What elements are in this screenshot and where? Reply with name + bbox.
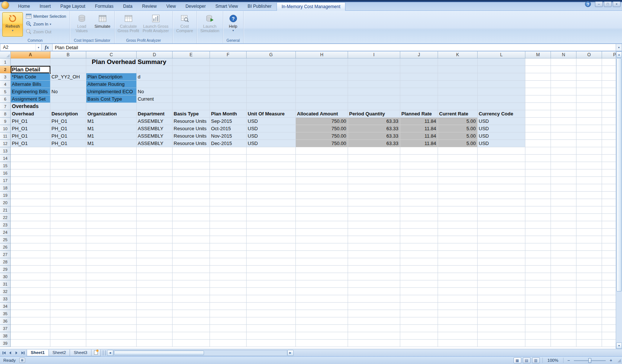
cell-E24[interactable] <box>173 229 210 236</box>
cell-M17[interactable] <box>525 177 551 184</box>
cell-C15[interactable] <box>86 162 137 169</box>
cell-N35[interactable] <box>551 310 576 317</box>
cell-K4[interactable] <box>438 81 478 88</box>
cell-E20[interactable] <box>173 199 210 206</box>
member-selection-button[interactable]: Member Selection <box>24 12 68 20</box>
cell-C4[interactable]: Alternate Routing <box>86 81 137 88</box>
cell-J12[interactable]: 11.84 <box>400 140 438 147</box>
cell-F30[interactable] <box>210 273 247 280</box>
cell-G19[interactable] <box>247 192 296 199</box>
cell-F26[interactable] <box>210 243 247 251</box>
cell-A33[interactable] <box>11 295 50 303</box>
cell-M1[interactable] <box>525 58 551 66</box>
cell-H33[interactable] <box>296 295 348 303</box>
cell-F5[interactable] <box>210 88 247 95</box>
cell-F11[interactable]: Nov-2015 <box>210 132 247 140</box>
cell-M23[interactable] <box>525 221 551 229</box>
cell-G37[interactable] <box>247 325 296 332</box>
cell-I33[interactable] <box>348 295 400 303</box>
cell-M9[interactable] <box>525 118 551 125</box>
cell-A19[interactable] <box>11 192 50 199</box>
cell-P18[interactable] <box>602 184 616 192</box>
ribbon-tab-view[interactable]: View <box>161 2 181 10</box>
cell-I11[interactable]: 63.33 <box>348 132 400 140</box>
cell-N13[interactable] <box>551 147 576 155</box>
column-header-O[interactable]: O <box>576 51 602 58</box>
cell-M39[interactable] <box>525 340 551 347</box>
cell-E4[interactable] <box>173 81 210 88</box>
cell-A29[interactable] <box>11 266 50 273</box>
cost-compare-button[interactable]: Cost Compare <box>174 12 195 37</box>
cell-H11[interactable]: 750.00 <box>296 132 348 140</box>
cell-H12[interactable]: 750.00 <box>296 140 348 147</box>
cell-M14[interactable] <box>525 155 551 162</box>
cell-K15[interactable] <box>438 162 478 169</box>
scroll-down-icon[interactable]: ▼ <box>616 343 622 349</box>
cell-L37[interactable] <box>478 325 525 332</box>
cell-K25[interactable] <box>438 236 478 243</box>
cell-K22[interactable] <box>438 214 478 221</box>
cell-G30[interactable] <box>247 273 296 280</box>
cell-A2[interactable]: Plan Detail <box>11 66 50 73</box>
cell-P17[interactable] <box>602 177 616 184</box>
cell-O26[interactable] <box>576 243 602 251</box>
cell-I23[interactable] <box>348 221 400 229</box>
cell-B25[interactable] <box>50 236 86 243</box>
cell-I16[interactable] <box>348 169 400 177</box>
row-header-26[interactable]: 26 <box>0 243 11 251</box>
cell-C32[interactable] <box>86 288 137 295</box>
cell-J9[interactable]: 11.84 <box>400 118 438 125</box>
cell-P26[interactable] <box>602 243 616 251</box>
cell-P19[interactable] <box>602 192 616 199</box>
cell-C30[interactable] <box>86 273 137 280</box>
cell-N8[interactable] <box>551 110 576 118</box>
cell-C39[interactable] <box>86 340 137 347</box>
cell-L23[interactable] <box>478 221 525 229</box>
cell-D13[interactable] <box>137 147 173 155</box>
cell-P14[interactable] <box>602 155 616 162</box>
row-header-30[interactable]: 30 <box>0 273 11 280</box>
cell-F32[interactable] <box>210 288 247 295</box>
cell-B18[interactable] <box>50 184 86 192</box>
cell-K32[interactable] <box>438 288 478 295</box>
cell-G23[interactable] <box>247 221 296 229</box>
cell-D11[interactable]: ASSEMBLY <box>137 132 173 140</box>
cell-B31[interactable] <box>50 280 86 288</box>
cell-P13[interactable] <box>602 147 616 155</box>
cell-N7[interactable] <box>551 103 576 110</box>
cell-L31[interactable] <box>478 280 525 288</box>
fill-handle[interactable] <box>49 72 51 74</box>
cell-G14[interactable] <box>247 155 296 162</box>
cell-H4[interactable] <box>296 81 348 88</box>
cell-D20[interactable] <box>137 199 173 206</box>
help-button[interactable]: ? <box>585 1 591 7</box>
cell-L19[interactable] <box>478 192 525 199</box>
cell-D18[interactable] <box>137 184 173 192</box>
cell-D35[interactable] <box>137 310 173 317</box>
cell-L17[interactable] <box>478 177 525 184</box>
cell-L29[interactable] <box>478 266 525 273</box>
cell-O6[interactable] <box>576 95 602 103</box>
cell-G27[interactable] <box>247 251 296 258</box>
row-header-35[interactable]: 35 <box>0 310 11 317</box>
cell-E21[interactable] <box>173 206 210 214</box>
cell-N26[interactable] <box>551 243 576 251</box>
cell-I1[interactable] <box>348 58 400 66</box>
vertical-scrollbar[interactable]: ▲ ▼ <box>616 51 622 349</box>
cell-H34[interactable] <box>296 303 348 310</box>
cell-O31[interactable] <box>576 280 602 288</box>
vertical-scroll-track[interactable] <box>616 58 622 343</box>
cell-C6[interactable]: Basis Cost Type <box>86 95 137 103</box>
column-header-B[interactable]: B <box>50 51 86 58</box>
cell-B23[interactable] <box>50 221 86 229</box>
cell-O35[interactable] <box>576 310 602 317</box>
cell-D28[interactable] <box>137 258 173 266</box>
cell-N27[interactable] <box>551 251 576 258</box>
cell-H2[interactable] <box>296 66 348 73</box>
cell-O28[interactable] <box>576 258 602 266</box>
cell-C20[interactable] <box>86 199 137 206</box>
cell-B1[interactable] <box>50 58 86 66</box>
cell-N30[interactable] <box>551 273 576 280</box>
cell-L20[interactable] <box>478 199 525 206</box>
cell-O22[interactable] <box>576 214 602 221</box>
